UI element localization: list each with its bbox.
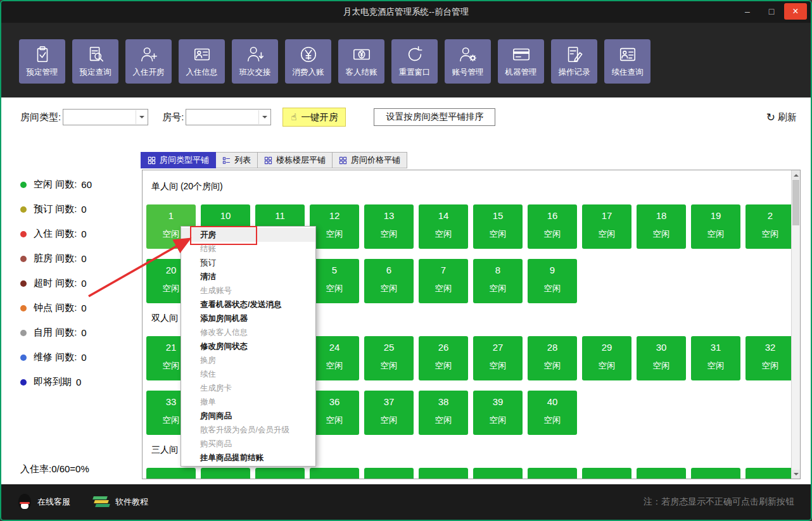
room-tile[interactable]: 26空闲: [419, 336, 468, 380]
room-type-select[interactable]: [63, 109, 148, 125]
context-menu-item[interactable]: 预订: [181, 256, 315, 270]
room-tile[interactable]: 36空闲: [310, 391, 359, 435]
context-menu-item[interactable]: 查看机器状态/发送消息: [181, 298, 315, 311]
toolbar-button[interactable]: 续住查询: [604, 39, 650, 84]
legend-item: 维修 间数:0: [20, 345, 92, 370]
online-service-link[interactable]: 在线客服: [18, 494, 70, 510]
room-tile[interactable]: 6空闲: [364, 259, 414, 303]
room-tile[interactable]: 37空闲: [364, 391, 414, 435]
room-status: 空闲: [528, 229, 577, 240]
legend-value: 0: [81, 204, 86, 215]
toolbar-button-label: 重置窗口: [399, 67, 431, 78]
room-tile[interactable]: 28空闲: [528, 336, 577, 380]
room-tile[interactable]: 15空闲: [473, 204, 523, 249]
room-number: 39: [473, 396, 523, 407]
room-tile[interactable]: 12空闲: [310, 204, 359, 249]
room-tile[interactable]: 40空闲: [528, 391, 577, 435]
room-type-label: 房间类型:: [20, 111, 61, 123]
room-tile[interactable]: 18空闲: [637, 204, 686, 249]
room-tile[interactable]: 17空闲: [582, 204, 631, 249]
room-tile[interactable]: 27空闲: [473, 336, 523, 380]
room-tile[interactable]: [637, 468, 686, 479]
room-tile[interactable]: 2空闲: [745, 204, 795, 249]
room-tile[interactable]: 38空闲: [419, 391, 468, 435]
room-tile[interactable]: 29空闲: [582, 336, 631, 380]
toolbar-button[interactable]: 入住信息: [179, 39, 225, 84]
tab-2[interactable]: 列表: [216, 152, 258, 168]
context-menu-item[interactable]: 开房: [181, 228, 315, 242]
quick-open-button[interactable]: ☝ 一键开房: [282, 108, 346, 127]
context-menu-item-label: 结账: [200, 244, 216, 253]
room-tile[interactable]: 30空闲: [637, 336, 686, 380]
scroll-up-button[interactable]: [792, 170, 800, 179]
toolbar-button[interactable]: 预定查询: [72, 39, 118, 84]
toolbar-button[interactable]: 消费入账: [285, 39, 331, 84]
scrollbar[interactable]: [791, 170, 800, 479]
room-tile[interactable]: 25空闲: [364, 336, 414, 380]
tutorial-link[interactable]: 软件教程: [93, 496, 148, 508]
tab-3[interactable]: 楼栋楼层平铺: [258, 152, 333, 168]
toolbar-button[interactable]: 机器管理: [498, 39, 544, 84]
context-menu-item[interactable]: 挂单商品提前结账: [181, 451, 315, 465]
room-tile[interactable]: [473, 468, 523, 479]
room-tile[interactable]: 39空闲: [473, 391, 523, 435]
room-number: 38: [419, 396, 468, 407]
tab-4[interactable]: 房间价格平铺: [333, 152, 407, 168]
room-tile[interactable]: [364, 468, 414, 479]
close-button[interactable]: ×: [784, 3, 807, 20]
legend-label: 钟点 间数:: [34, 302, 77, 314]
room-number: 7: [419, 265, 468, 275]
tab-1[interactable]: 房间类型平铺: [141, 152, 216, 168]
room-number: 17: [582, 210, 631, 221]
room-tile[interactable]: 14空闲: [419, 204, 468, 249]
room-tile[interactable]: [745, 468, 795, 479]
books-icon-layer: [92, 496, 108, 499]
context-menu-item[interactable]: 房间商品: [181, 409, 315, 423]
context-menu-item[interactable]: 添加房间机器: [181, 311, 315, 325]
room-tile[interactable]: [691, 468, 740, 479]
room-tile[interactable]: 7空闲: [419, 259, 468, 303]
status-dot: [20, 355, 27, 361]
toolbar-button-label: 续住查询: [612, 67, 644, 78]
tabs: 房间类型平铺列表楼栋楼层平铺房间价格平铺: [141, 152, 407, 168]
room-status: 空闲: [691, 360, 740, 372]
toolbar-button[interactable]: 账号管理: [445, 39, 491, 84]
room-tile[interactable]: 8空闲: [473, 259, 523, 303]
room-number-select[interactable]: [186, 109, 271, 125]
room-tile[interactable]: [582, 468, 631, 479]
minimize-button[interactable]: –: [736, 3, 759, 20]
chevron-down-icon: [136, 110, 147, 124]
room-tile[interactable]: 9空闲: [528, 259, 577, 303]
context-menu-item[interactable]: 清洁: [181, 270, 315, 284]
toolbar-button[interactable]: 入住开房: [125, 39, 172, 84]
room-tile[interactable]: [310, 468, 359, 479]
room-status: 空闲: [310, 415, 359, 426]
room-tile[interactable]: [201, 468, 250, 479]
room-tile[interactable]: [255, 468, 305, 479]
sort-setting-button[interactable]: 设置按房间类型平铺排序: [374, 108, 495, 126]
toolbar-button[interactable]: 客人结账: [338, 39, 384, 84]
context-menu-item-label: 购买商品: [200, 439, 232, 448]
room-tile[interactable]: [419, 468, 468, 479]
scrollbar-thumb[interactable]: [792, 180, 799, 225]
room-tile[interactable]: 13空闲: [364, 204, 414, 249]
toolbar-button[interactable]: 预定管理: [19, 39, 65, 84]
room-tile[interactable]: 24空闲: [310, 336, 359, 380]
room-tile[interactable]: [528, 468, 577, 479]
room-tile[interactable]: 31空闲: [691, 336, 740, 380]
room-tile[interactable]: 16空闲: [528, 204, 577, 249]
room-tile[interactable]: 5空闲: [310, 259, 359, 303]
room-tile[interactable]: [146, 468, 196, 479]
toolbar-button-label: 入住开房: [133, 67, 165, 78]
chevron-down-icon: [258, 110, 270, 124]
maximize-button[interactable]: □: [760, 3, 783, 20]
toolbar-button[interactable]: 重置窗口: [391, 39, 438, 84]
toolbar-button[interactable]: 班次交接: [232, 39, 278, 84]
room-tile[interactable]: 32空闲: [745, 336, 795, 380]
room-tile[interactable]: 19空闲: [691, 204, 740, 249]
context-menu-item[interactable]: 修改房间状态: [181, 339, 315, 353]
toolbar-button[interactable]: 操作记录: [551, 39, 597, 84]
refresh-button[interactable]: ↻ 刷新: [766, 111, 797, 123]
legend-label: 超时 间数:: [34, 277, 77, 289]
scroll-down-button[interactable]: [792, 470, 800, 479]
